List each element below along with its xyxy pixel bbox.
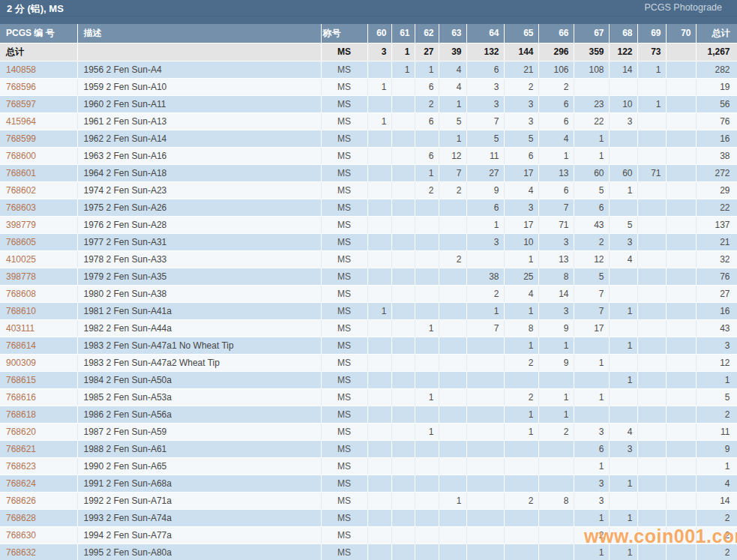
grade-61-cell xyxy=(391,354,415,371)
row-total-cell: 137 xyxy=(696,216,737,233)
totals-label: 总计 xyxy=(0,43,77,61)
pcgs-number-link[interactable]: 768630 xyxy=(0,526,77,544)
pcgs-number-link[interactable]: 768610 xyxy=(0,302,77,319)
pcgs-number-link[interactable]: 410025 xyxy=(0,250,77,268)
grade-63-cell xyxy=(439,216,466,233)
grade-66-cell xyxy=(538,440,574,457)
pcgs-number-link[interactable]: 768618 xyxy=(0,406,77,423)
grade-70-cell xyxy=(666,233,696,250)
row-total-cell: 22 xyxy=(696,199,737,216)
totals-grade-62: 27 xyxy=(415,43,439,61)
photograde-link[interactable]: PCGS Photograde xyxy=(644,2,722,13)
grade-66-cell: 9 xyxy=(538,354,574,371)
row-total-cell: 38 xyxy=(696,147,737,164)
grade-69-cell xyxy=(637,544,666,560)
grade-60-cell xyxy=(367,250,391,268)
pcgs-number-link[interactable]: 398778 xyxy=(0,268,77,285)
table-row: 4031111982 2 Fen Sun-A44aMS17891743 xyxy=(0,319,737,337)
grade-65-cell: 2 xyxy=(504,78,538,95)
grade-67-cell: 3 xyxy=(574,492,609,509)
pcgs-number-link[interactable]: 768621 xyxy=(0,440,77,457)
col-header-grade-68: 68 xyxy=(609,24,637,43)
grade-66-cell xyxy=(538,371,574,388)
table-row: 1408581956 2 Fen Sun-A4MS114621106108141… xyxy=(0,61,737,78)
designation-cell: MS xyxy=(321,78,367,95)
grade-62-cell xyxy=(415,130,439,147)
designation-cell: MS xyxy=(321,388,367,406)
grade-67-cell xyxy=(574,78,609,95)
pcgs-number-link[interactable]: 768623 xyxy=(0,457,77,475)
row-total-cell: 2 xyxy=(696,509,737,526)
grade-61-cell xyxy=(391,440,415,457)
pcgs-number-link[interactable]: 768601 xyxy=(0,164,77,181)
pcgs-number-link[interactable]: 403111 xyxy=(0,319,77,337)
row-total-cell: 1 xyxy=(696,371,737,388)
pcgs-number-link[interactable]: 768602 xyxy=(0,181,77,199)
grade-66-cell: 2 xyxy=(538,423,574,440)
pcgs-number-link[interactable]: 768597 xyxy=(0,95,77,112)
pcgs-number-link[interactable]: 140858 xyxy=(0,61,77,78)
coin-description: 1990 2 Fen Sun-A65 xyxy=(77,457,321,475)
grade-67-cell: 6 xyxy=(574,440,609,457)
grade-67-cell xyxy=(574,337,609,354)
row-total-cell: 12 xyxy=(696,354,737,371)
col-header-total: 总计 xyxy=(696,24,737,43)
grade-66-cell: 1 xyxy=(538,337,574,354)
pcgs-number-link[interactable]: 768624 xyxy=(0,475,77,492)
grade-63-cell xyxy=(439,268,466,285)
grade-60-cell xyxy=(367,544,391,560)
row-total-cell: 1 xyxy=(696,457,737,475)
grade-68-cell xyxy=(609,492,637,509)
grade-70-cell xyxy=(666,406,696,423)
pcgs-number-link[interactable]: 768614 xyxy=(0,337,77,354)
col-header-grade-60: 60 xyxy=(367,24,391,43)
pcgs-number-link[interactable]: 768620 xyxy=(0,423,77,440)
grade-61-cell xyxy=(391,457,415,475)
grade-62-cell xyxy=(415,371,439,388)
grade-65-cell: 1 xyxy=(504,250,538,268)
pcgs-number-link[interactable]: 900309 xyxy=(0,354,77,371)
pcgs-number-link[interactable]: 768628 xyxy=(0,509,77,526)
grade-68-cell xyxy=(609,406,637,423)
grade-61-cell xyxy=(391,526,415,544)
grade-65-cell: 3 xyxy=(504,95,538,112)
table-row: 7686051977 2 Fen Sun-A31MS31032321 xyxy=(0,233,737,250)
grade-63-cell xyxy=(439,475,466,492)
pcgs-number-link[interactable]: 768608 xyxy=(0,285,77,302)
grade-64-cell: 27 xyxy=(466,164,504,181)
totals-grade-61: 1 xyxy=(391,43,415,61)
grade-68-cell: 1 xyxy=(609,337,637,354)
grade-64-cell: 9 xyxy=(466,181,504,199)
grade-66-cell: 7 xyxy=(538,199,574,216)
pcgs-number-link[interactable]: 768616 xyxy=(0,388,77,406)
grade-60-cell xyxy=(367,216,391,233)
coin-description: 1985 2 Fen Sun-A53a xyxy=(77,388,321,406)
grade-63-cell xyxy=(439,440,466,457)
pcgs-number-link[interactable]: 398779 xyxy=(0,216,77,233)
pcgs-number-link[interactable]: 768605 xyxy=(0,233,77,250)
grade-63-cell: 1 xyxy=(439,95,466,112)
grade-66-cell xyxy=(538,475,574,492)
grade-60-cell xyxy=(367,233,391,250)
pcgs-number-link[interactable]: 768596 xyxy=(0,78,77,95)
grade-66-cell: 1 xyxy=(538,147,574,164)
designation-cell: MS xyxy=(321,475,367,492)
pcgs-number-link[interactable]: 768600 xyxy=(0,147,77,164)
pcgs-number-link[interactable]: 768632 xyxy=(0,544,77,560)
pcgs-number-link[interactable]: 768603 xyxy=(0,199,77,216)
grade-69-cell: 1 xyxy=(637,61,666,78)
table-row: 7686281993 2 Fen Sun-A74aMS112 xyxy=(0,509,737,526)
table-row: 7686211988 2 Fen Sun-A61MS639 xyxy=(0,440,737,457)
pcgs-number-link[interactable]: 768599 xyxy=(0,130,77,147)
grade-60-cell xyxy=(367,61,391,78)
col-header-grade-61: 61 xyxy=(391,24,415,43)
grade-63-cell xyxy=(439,285,466,302)
coin-description: 1994 2 Fen Sun-A77a xyxy=(77,526,321,544)
grade-66-cell: 6 xyxy=(538,181,574,199)
table-row: 7686231990 2 Fen Sun-A65MS11 xyxy=(0,457,737,475)
pcgs-number-link[interactable]: 768615 xyxy=(0,371,77,388)
grade-70-cell xyxy=(666,199,696,216)
table-row: 7686011964 2 Fen Sun-A18MS17271713606071… xyxy=(0,164,737,181)
pcgs-number-link[interactable]: 415964 xyxy=(0,112,77,130)
pcgs-number-link[interactable]: 768626 xyxy=(0,492,77,509)
